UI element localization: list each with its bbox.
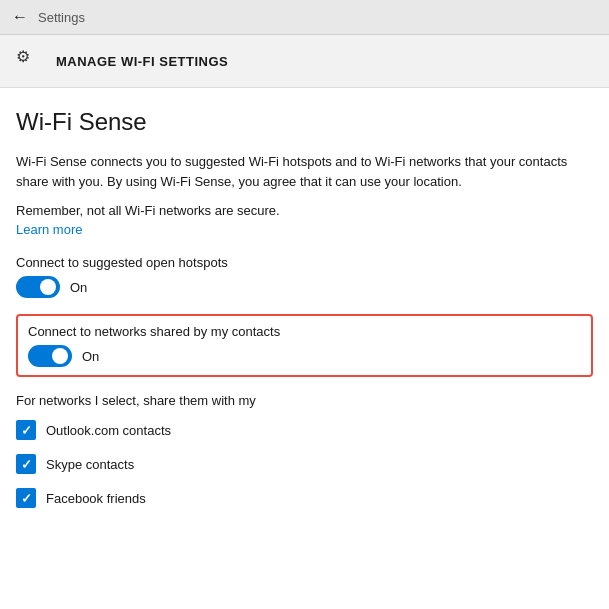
gear-icon: ⚙ xyxy=(16,47,44,75)
share-intro-label: For networks I select, share them with m… xyxy=(16,393,593,408)
contacts-toggle[interactable] xyxy=(28,345,72,367)
check-icon: ✓ xyxy=(21,424,32,437)
skype-checkbox[interactable]: ✓ xyxy=(16,454,36,474)
header-nav-label: Settings xyxy=(38,10,85,25)
facebook-checkbox[interactable]: ✓ xyxy=(16,488,36,508)
outlook-checkbox-row: ✓ Outlook.com contacts xyxy=(16,420,593,440)
facebook-label: Facebook friends xyxy=(46,491,146,506)
learn-more-link[interactable]: Learn more xyxy=(16,222,593,237)
facebook-checkbox-row: ✓ Facebook friends xyxy=(16,488,593,508)
wifi-sense-title: Wi-Fi Sense xyxy=(16,108,593,136)
outlook-label: Outlook.com contacts xyxy=(46,423,171,438)
page-title-bar: MANAGE WI-FI SETTINGS xyxy=(56,54,228,69)
warning-text: Remember, not all Wi-Fi networks are sec… xyxy=(16,203,593,218)
check-icon-3: ✓ xyxy=(21,492,32,505)
hotspots-toggle[interactable] xyxy=(16,276,60,298)
hotspots-toggle-row: On xyxy=(16,276,593,298)
contacts-toggle-label: On xyxy=(82,349,99,364)
skype-label: Skype contacts xyxy=(46,457,134,472)
contacts-section-highlighted: Connect to networks shared by my contact… xyxy=(16,314,593,377)
hotspots-setting: Connect to suggested open hotspots On xyxy=(16,255,593,298)
wifi-sense-description: Wi-Fi Sense connects you to suggested Wi… xyxy=(16,152,593,191)
title-bar: ⚙ MANAGE WI-FI SETTINGS xyxy=(0,35,609,88)
hotspots-label: Connect to suggested open hotspots xyxy=(16,255,593,270)
hotspots-toggle-label: On xyxy=(70,280,87,295)
check-icon-2: ✓ xyxy=(21,458,32,471)
contacts-label: Connect to networks shared by my contact… xyxy=(28,324,581,339)
contacts-toggle-row: On xyxy=(28,345,581,367)
skype-checkbox-row: ✓ Skype contacts xyxy=(16,454,593,474)
content-area: Wi-Fi Sense Wi-Fi Sense connects you to … xyxy=(0,88,609,609)
header-bar: ← Settings xyxy=(0,0,609,35)
back-button[interactable]: ← xyxy=(12,8,28,26)
outlook-checkbox[interactable]: ✓ xyxy=(16,420,36,440)
